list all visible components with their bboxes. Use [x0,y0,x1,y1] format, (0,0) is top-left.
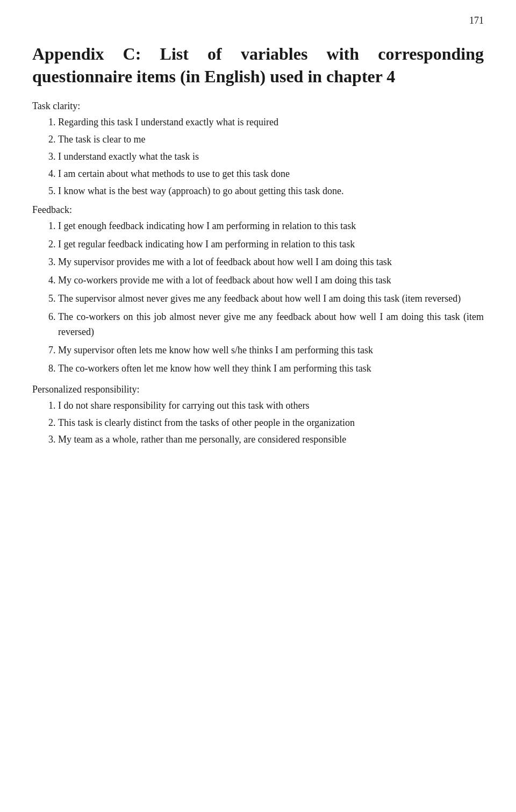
personalized-responsibility-list: I do not share responsibility for carryi… [58,398,484,448]
list-item: My team as a whole, rather than me perso… [58,432,484,447]
list-item: I am certain about what methods to use t… [58,167,484,182]
list-item: I do not share responsibility for carryi… [58,398,484,414]
list-item: I know what is the best way (approach) t… [58,184,484,199]
list-item: My supervisor provides me with a lot of … [58,255,484,270]
list-item: I get enough feedback indicating how I a… [58,219,484,234]
list-item: My co-workers provide me with a lot of f… [58,273,484,288]
list-item: Regarding this task I understand exactly… [58,115,484,130]
task-clarity-list: Regarding this task I understand exactly… [58,115,484,198]
task-clarity-label: Task clarity: [32,101,484,112]
list-item: My supervisor often lets me know how wel… [58,343,484,358]
list-item: The co-workers often let me know how wel… [58,361,484,376]
feedback-label: Feedback: [32,204,484,216]
list-item: The task is clear to me [58,132,484,147]
feedback-list: I get enough feedback indicating how I a… [58,219,484,376]
list-item: I understand exactly what the task is [58,149,484,165]
page-number: 171 [469,15,484,26]
list-item: I get regular feedback indicating how I … [58,237,484,252]
list-item: The supervisor almost never gives me any… [58,291,484,307]
personalized-responsibility-label: Personalized responsibility: [32,384,484,395]
list-item: This task is clearly distinct from the t… [58,416,484,431]
page-title: Appendix C: List of variables with corre… [32,43,484,88]
list-item: The co-workers on this job almost never … [58,310,484,340]
